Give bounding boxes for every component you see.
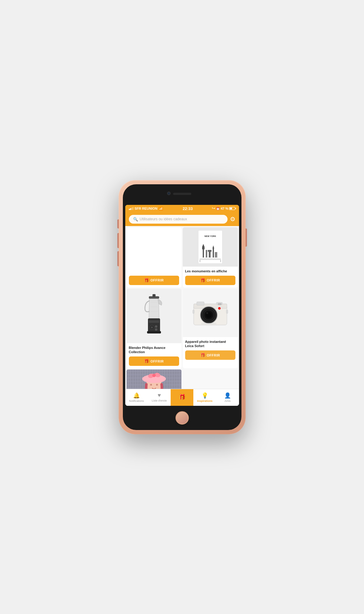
home-button[interactable]: [175, 411, 189, 425]
blender-svg: [140, 292, 168, 340]
bulb-icon: 💡: [202, 392, 208, 399]
svg-rect-14: [200, 260, 200, 262]
svg-point-37: [218, 307, 221, 310]
bottom-nav: 🔔 Notifications ♥ Liste d'envie 🎁 💡 Insp…: [125, 389, 239, 406]
svg-rect-17: [152, 294, 156, 297]
search-placeholder: Utilisateurs ou idées cadeaux: [140, 217, 187, 221]
front-camera: [167, 192, 171, 195]
gift-icon: 🎁: [144, 278, 149, 283]
svg-point-25: [155, 325, 157, 328]
svg-rect-30: [197, 302, 204, 305]
mute-button: [117, 219, 119, 228]
product-title-blender: Blender Philips Avance Collection: [126, 343, 182, 356]
svg-rect-6: [206, 250, 207, 258]
svg-rect-39: [201, 323, 216, 324]
product-title-ny-poster: Les monuments en affiche: [183, 267, 238, 274]
status-left: SFR REUNION 📶: [129, 206, 163, 211]
search-icon: 🔍: [133, 217, 138, 222]
product-grid: 🎁 OFFRIR NEW YORK: [125, 226, 239, 389]
bell-icon: 🔔: [133, 392, 140, 399]
svg-rect-4: [202, 247, 205, 249]
nav-item-wishlist[interactable]: ♥ Liste d'envie: [148, 389, 171, 406]
product-image-ny-poster: NEW YORK: [183, 227, 238, 267]
power-button: [245, 228, 247, 247]
clock: 22:33: [183, 206, 193, 211]
svg-rect-7: [209, 251, 211, 258]
content-area[interactable]: 🎁 OFFRIR NEW YORK: [125, 226, 239, 389]
battery-percent: 47 %: [221, 207, 228, 210]
offrir-label-ny: OFFRIR: [207, 278, 220, 282]
person-icon: 👤: [224, 392, 231, 399]
product-title-camera: Appareil photo instantané Leica Sofort: [183, 337, 238, 350]
svg-rect-27: [147, 331, 161, 333]
settings-button[interactable]: ⚙: [230, 215, 235, 223]
svg-rect-40: [193, 310, 194, 314]
nav-label-notifications: Notifications: [129, 399, 144, 403]
ny-poster-svg: NEW YORK: [198, 230, 222, 264]
product-image-pink-coat: [126, 369, 182, 389]
svg-rect-11: [215, 252, 217, 258]
status-right: ⮡ ⏰ 47 %: [212, 207, 235, 210]
volume-down-button: [117, 251, 119, 266]
wifi-icon: 📶: [159, 206, 163, 211]
signal-icon: [129, 207, 133, 210]
offrir-label-blender: OFFRIR: [150, 360, 164, 363]
screen: SFR REUNION 📶 22:33 ⮡ ⏰ 47 % 🔍 Utilis: [125, 205, 239, 406]
gift-icon-blender: 🎁: [144, 359, 149, 363]
gift-icon-camera: 🎁: [200, 353, 205, 357]
nav-item-friends[interactable]: 👤 Amis: [216, 389, 239, 406]
carrier-label: SFR REUNION: [135, 207, 158, 210]
offrir-label-camera: OFFRIR: [207, 353, 220, 357]
nav-item-notifications[interactable]: 🔔 Notifications: [125, 389, 148, 406]
search-input-wrapper[interactable]: 🔍 Utilisateurs ou idées cadeaux: [129, 215, 228, 224]
product-card-pink-coat: [126, 369, 182, 389]
battery-icon: [229, 207, 235, 210]
svg-rect-13: [200, 258, 221, 260]
alarm-icon: ⏰: [216, 207, 220, 210]
product-card-offrir-top: 🎁 OFFRIR: [126, 227, 182, 287]
camera-svg: [192, 299, 228, 327]
svg-point-53: [150, 384, 152, 386]
offrir-button-blender[interactable]: 🎁 OFFRIR: [129, 356, 179, 366]
svg-point-54: [156, 384, 158, 386]
phone-frame: SFR REUNION 📶 22:33 ⮡ ⏰ 47 % 🔍 Utilis: [119, 180, 246, 434]
status-bar: SFR REUNION 📶 22:33 ⮡ ⏰ 47 %: [125, 205, 239, 212]
heart-icon: ♥: [158, 392, 161, 399]
svg-point-52: [152, 374, 156, 377]
product-card-blender: Blender Philips Avance Collection 🎁 OFFR…: [126, 289, 182, 369]
pink-coat-svg: [126, 369, 182, 389]
svg-text:NEW YORK: NEW YORK: [204, 235, 216, 237]
offrir-label-top: OFFRIR: [150, 278, 164, 282]
product-image-camera: [183, 289, 238, 337]
svg-rect-3: [203, 248, 204, 258]
product-card-ny-poster: NEW YORK: [183, 227, 238, 287]
svg-rect-41: [226, 310, 228, 314]
offrir-button-top[interactable]: 🎁 OFFRIR: [129, 276, 179, 285]
location-icon: ⮡: [212, 207, 215, 210]
nav-item-inspirations[interactable]: 💡 Inspirations: [193, 389, 216, 406]
svg-rect-9: [213, 248, 214, 258]
nav-label-wishlist: Liste d'envie: [152, 399, 167, 402]
svg-rect-8: [208, 250, 212, 252]
gift-icon-ny: 🎁: [200, 278, 205, 283]
nav-item-gift[interactable]: 🎁: [171, 389, 193, 406]
svg-point-24: [151, 326, 153, 329]
offrir-button-ny-poster[interactable]: 🎁 OFFRIR: [185, 276, 235, 285]
volume-up-button: [117, 233, 119, 248]
product-card-camera: Appareil photo instantané Leica Sofort 🎁…: [183, 289, 238, 369]
phone-inner: SFR REUNION 📶 22:33 ⮡ ⏰ 47 % 🔍 Utilis: [123, 184, 241, 430]
offrir-button-camera[interactable]: 🎁 OFFRIR: [185, 350, 235, 360]
nav-label-friends: Amis: [225, 399, 231, 403]
gift-nav-icon: 🎁: [179, 394, 185, 400]
nav-label-inspirations: Inspirations: [197, 399, 212, 403]
svg-point-36: [206, 312, 208, 314]
product-image-blender: [126, 289, 182, 343]
svg-rect-38: [218, 303, 221, 305]
svg-rect-15: [220, 260, 221, 262]
earpiece-speaker: [173, 193, 191, 195]
svg-rect-21: [148, 318, 160, 332]
search-bar: 🔍 Utilisateurs ou idées cadeaux ⚙: [125, 212, 239, 226]
svg-point-26: [155, 328, 157, 331]
svg-rect-22: [149, 320, 159, 323]
